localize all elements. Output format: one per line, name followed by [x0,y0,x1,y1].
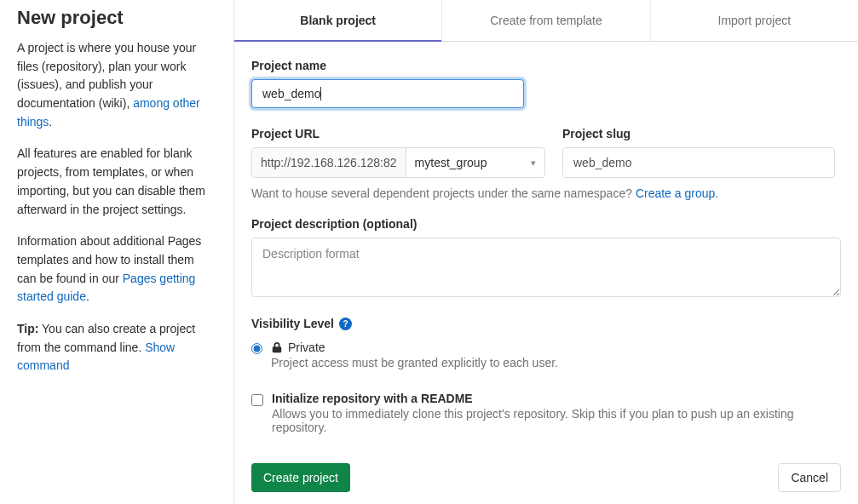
project-description-input[interactable] [251,238,841,297]
project-url-label: Project URL [251,127,545,140]
project-tabs: Blank project Create from template Impor… [234,0,858,42]
namespace-select[interactable]: mytest_group ▾ [406,148,544,177]
initialize-readme-checkbox[interactable] [251,394,263,406]
tab-blank-project[interactable]: Blank project [234,0,442,41]
initialize-readme-desc: Allows you to immediately clone this pro… [272,407,817,434]
project-slug-label: Project slug [562,127,835,140]
initialize-readme-label: Initialize repository with a README [272,392,817,405]
create-project-button[interactable]: Create project [251,463,350,492]
sidebar-intro-1: A project is where you house your files … [17,39,216,131]
tab-import-project[interactable]: Import project [651,0,858,41]
visibility-private-desc: Project access must be granted explicitl… [271,356,558,369]
sidebar-tip: Tip: You can also create a project from … [17,320,216,375]
page-title: New project [17,7,216,29]
namespace-hint: Want to house several dependent projects… [251,186,841,200]
visibility-private-radio[interactable] [251,343,262,354]
project-description-label: Project description (optional) [251,217,841,231]
project-slug-input[interactable] [562,147,835,178]
sidebar-intro-2: All features are enabled for blank proje… [17,145,216,219]
help-icon[interactable]: ? [339,318,352,330]
project-url-prefix: http://192.168.126.128:82 [252,148,406,177]
lock-icon [271,341,283,353]
create-group-link[interactable]: Create a group. [636,186,718,200]
tip-label: Tip: [17,322,38,335]
tab-create-from-template[interactable]: Create from template [442,0,650,41]
visibility-level-label: Visibility Level [251,317,334,330]
sidebar-intro-3: Information about additional Pages templ… [17,232,216,306]
text-caret [320,87,321,100]
project-name-label: Project name [251,59,841,72]
chevron-down-icon: ▾ [531,158,536,169]
cancel-button[interactable]: Cancel [778,463,841,492]
project-name-input[interactable]: web_demo [251,79,524,108]
